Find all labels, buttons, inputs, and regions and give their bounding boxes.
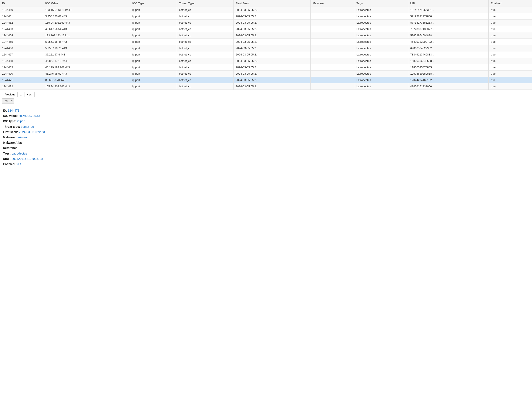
table-cell [310,13,354,19]
table-cell: true [489,19,532,26]
detail-enabled-label: Enabled: [3,162,16,166]
table-row[interactable]: 1244462155.94.208.159:443ip:portbotnet_c… [0,19,532,26]
table-cell: 2024-03-05 05:2... [234,32,310,39]
detail-uid[interactable]: 12024294162102008798 [10,157,43,160]
table-cell [310,26,354,32]
table-cell: 2024-03-05 05:2... [234,45,310,51]
detail-first-seen-row: First seen: 2024-03-05 05:20:30 [3,129,529,135]
table-row[interactable]: 12444615.255.120.61:443ip:portbotnet_cc2… [0,13,532,19]
detail-ioc-value-label: IOC value: [3,114,18,118]
table-cell: 5.255.118.76:443 [43,45,130,51]
detail-threat-type[interactable]: botnet_cc [21,125,34,128]
table-cell: true [489,45,532,51]
table-cell: 1244471 [0,77,43,83]
table-cell: Latrodectus [354,77,408,83]
table-cell: botnet_cc [177,7,234,13]
table-cell: 1244462 [0,19,43,26]
detail-malware-row: Malware: unknown [3,135,529,140]
table-cell: 2024-03-05 05:2... [234,19,310,26]
detail-ioc-type[interactable]: ip:port [17,120,25,123]
table-cell: true [489,26,532,32]
detail-enabled[interactable]: Yes [16,162,21,166]
table-cell: 1244465 [0,39,43,45]
table-cell: 2024-03-05 05:2... [234,58,310,64]
previous-button[interactable]: Previous [2,92,18,97]
table-cell: botnet_cc [177,19,234,26]
table-cell: 87713273586263... [408,19,489,26]
detail-ioc-value[interactable]: 80.66.88.70:443 [19,114,40,118]
table-row[interactable]: 124446845.85.117.121:443ip:portbotnet_cc… [0,58,532,64]
col-header-threat-type: Threat Type [177,0,234,7]
table-cell: 45.129.199.202:443 [43,64,130,70]
table-cell: Latrodectus [354,26,408,32]
table-row[interactable]: 12444655.255.115.46:443ip:portbotnet_cc2… [0,39,532,45]
table-cell: Latrodectus [354,7,408,13]
detail-first-seen-label: First seen: [3,130,18,134]
table-cell: Latrodectus [354,64,408,70]
table-row[interactable]: 1244464193.168.143.128:4...ip:portbotnet… [0,32,532,39]
table-cell [310,32,354,39]
table-cell: Latrodectus [354,32,408,39]
table-row[interactable]: 124447180.66.88.70:443ip:portbotnet_cc20… [0,77,532,83]
col-header-tags: Tags [354,0,408,7]
table-cell: 155.94.208.159:443 [43,19,130,26]
table-cell: ip:port [130,51,177,58]
table-cell: 52659954504888... [408,32,489,39]
table-cell: Latrodectus [354,51,408,58]
table-cell: botnet_cc [177,58,234,64]
table-cell [310,58,354,64]
detail-malware-alias-label: Malware Alias: [3,141,24,144]
detail-enabled-row: Enabled: Yes [3,162,529,167]
table-cell: 15806366848698... [408,58,489,64]
table-row[interactable]: 1244460193.168.143.114:443ip:portbotnet_… [0,7,532,13]
table-cell: 2024-03-05 05:2... [234,77,310,83]
table-cell: 1244460 [0,7,43,13]
detail-malware[interactable]: unknown [17,136,28,139]
table-cell: botnet_cc [177,26,234,32]
page-size-dropdown[interactable]: 20 50 100 [2,98,14,104]
table-row[interactable]: 12444665.255.118.76:443ip:portbotnet_cc2… [0,45,532,51]
table-cell: 2024-03-05 05:2... [234,39,310,45]
table-cell [310,7,354,13]
table-cell [310,77,354,83]
col-header-ioc-value: IOC Value [43,0,130,7]
table-row[interactable]: 124446945.129.199.202:443ip:portbotnet_c… [0,64,532,70]
table-cell: true [489,51,532,58]
table-cell [310,64,354,70]
table-cell [310,51,354,58]
table-cell: ip:port [130,70,177,77]
table-cell: true [489,58,532,64]
table-cell: ip:port [130,26,177,32]
table-cell: 1244467 [0,51,43,58]
table-cell: 46499332999782... [408,39,489,45]
table-cell: 45.85.117.121:443 [43,58,130,64]
detail-first-seen[interactable]: 2024-03-05 05:20:30 [19,130,47,134]
table-cell [310,19,354,26]
detail-id-value[interactable]: 1244471 [8,109,19,112]
table-cell: 1244469 [0,64,43,70]
table-cell: Latrodectus [354,39,408,45]
table-row[interactable]: 124446345.61.156.54:443ip:portbotnet_cc2… [0,26,532,32]
table-cell: 13141474066321... [408,7,489,13]
detail-id-label: ID: [3,109,7,112]
table-body: 1244460193.168.143.114:443ip:portbotnet_… [0,7,532,90]
detail-threat-type-row: Threat type: botnet_cc [3,124,529,129]
table-cell: 193.168.143.128:4... [43,32,130,39]
table-cell: botnet_cc [177,70,234,77]
detail-tags[interactable]: Latrodectus [12,152,27,155]
col-header-malware: Malware [310,0,354,7]
table-cell: 12573689280818... [408,70,489,77]
table-cell: ip:port [130,32,177,39]
table-row[interactable]: 1244472155.94.208.162:443ip:portbotnet_c… [0,83,532,90]
table-cell: Latrodectus [354,19,408,26]
table-cell: 155.94.208.162:443 [43,83,130,90]
detail-uid-row: UID: 12024294162102008798 [3,156,529,162]
table-row[interactable]: 124447046.246.98.52:443ip:portbotnet_cc2… [0,70,532,77]
table-cell: 11850595873835... [408,64,489,70]
table-cell: 69866564522902... [408,45,489,51]
table-cell: 193.168.143.114:443 [43,7,130,13]
table-row[interactable]: 124446737.221.67.4:443ip:portbotnet_cc20… [0,51,532,58]
ioc-table: ID IOC Value IOC Type Threat Type First … [0,0,532,90]
next-button[interactable]: Next [24,92,35,97]
page-size-selector[interactable]: 20 50 100 [2,98,14,104]
